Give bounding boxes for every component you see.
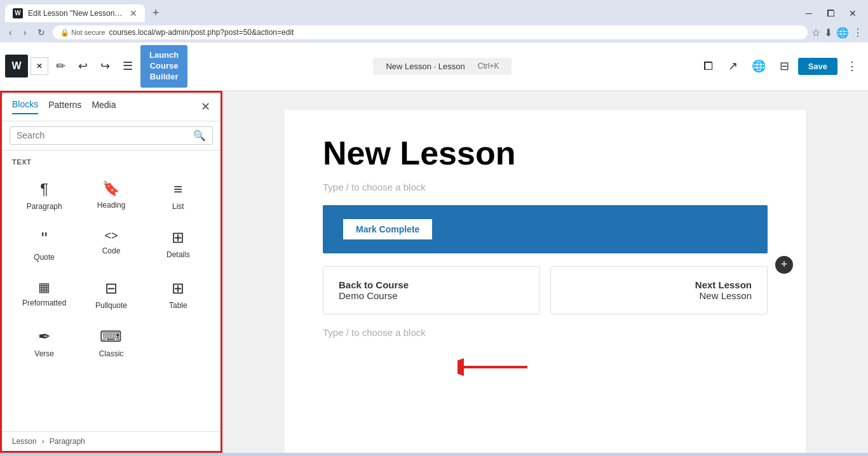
blocks-grid: ¶ Paragraph 🔖 Heading ≡ List " Quote	[12, 173, 210, 366]
browser-actions: ☆ ⬇ 🌐 ⋮	[811, 27, 863, 39]
restore-button[interactable]: ⧠	[820, 6, 841, 21]
block-preformatted[interactable]: ▦ Preformatted	[12, 272, 76, 318]
paragraph-label: Paragraph	[27, 202, 62, 211]
browser-tab[interactable]: W Edit Lesson "New Lesson" < cou... ✕	[5, 4, 145, 22]
sidebar-footer: Lesson › Paragraph	[2, 431, 220, 451]
tab-title: Edit Lesson "New Lesson" < cou...	[28, 9, 125, 18]
forward-nav-button[interactable]: ›	[20, 25, 31, 40]
close-window-button[interactable]: ✕	[843, 6, 863, 21]
more-options-button[interactable]: ⋮	[841, 57, 863, 76]
editor-canvas: New Lesson Type / to choose a block + Ma…	[285, 110, 806, 453]
edit-tool-button[interactable]: ✏	[51, 57, 71, 76]
table-icon: ⊞	[172, 281, 184, 296]
extensions-button[interactable]: 🌐	[836, 27, 849, 39]
address-bar[interactable]: 🔒 Not secure courses.local/wp-admin/post…	[53, 25, 808, 39]
mark-complete-button[interactable]: Mark Complete	[342, 218, 433, 241]
tab-favicon: W	[13, 8, 23, 18]
block-table[interactable]: ⊞ Table	[146, 272, 210, 318]
lesson-title-heading[interactable]: New Lesson	[323, 135, 768, 171]
toolbar-right: ⧠ ↗ 🌐 ⊟ Save ⋮	[698, 57, 863, 76]
quote-icon: "	[41, 230, 48, 248]
tab-close-button[interactable]: ✕	[130, 8, 137, 18]
list-icon: ≡	[173, 182, 182, 197]
search-input[interactable]	[17, 130, 189, 140]
sidebar-header: Blocks Patterns Media ✕	[2, 93, 220, 121]
breadcrumb-separator: ›	[42, 437, 44, 446]
panel-toggle-button[interactable]: ⊟	[775, 57, 794, 76]
block-list[interactable]: ≡ List	[146, 173, 210, 219]
list-label: List	[172, 202, 184, 211]
block-code[interactable]: <> Code	[79, 222, 143, 270]
back-to-course-label: Back to Course	[339, 279, 524, 290]
preview-button[interactable]: ↗	[723, 57, 743, 76]
search-icon: 🔍	[193, 130, 206, 142]
red-arrow-annotation	[458, 354, 534, 382]
undo-button[interactable]: ↩	[73, 57, 93, 76]
breadcrumb-lesson: Lesson	[12, 437, 37, 446]
tab-patterns[interactable]: Patterns	[48, 100, 81, 114]
sidebar-content: TEXT ¶ Paragraph 🔖 Heading ≡ List	[2, 151, 220, 431]
code-label: Code	[102, 246, 121, 255]
classic-label: Classic	[99, 349, 124, 358]
quote-label: Quote	[34, 253, 55, 262]
details-icon: ⊞	[172, 230, 184, 245]
blocks-sidebar: Blocks Patterns Media ✕ 🔍 TEXT ¶ Paragra…	[0, 91, 222, 453]
block-pullquote[interactable]: ⊟ Pullquote	[79, 272, 143, 318]
block-details[interactable]: ⊞ Details	[146, 222, 210, 270]
text-section-label: TEXT	[12, 158, 210, 166]
pullquote-icon: ⊟	[105, 281, 118, 296]
add-block-button[interactable]: +	[775, 256, 793, 274]
window-controls: ─ ⧠ ✕	[799, 6, 863, 21]
heading-icon: 🔖	[102, 182, 119, 196]
table-label: Table	[169, 301, 187, 310]
search-box[interactable]: 🔍	[10, 126, 213, 145]
browser-menu-button[interactable]: ⋮	[853, 27, 863, 39]
tab-media[interactable]: Media	[92, 100, 116, 114]
sidebar-close-button[interactable]: ✕	[201, 100, 210, 114]
lesson-title-center[interactable]: New Lesson · Lesson Ctrl+K	[373, 58, 512, 75]
block-heading[interactable]: 🔖 Heading	[79, 173, 143, 219]
reload-button[interactable]: ↻	[34, 25, 49, 40]
wp-toolbar: W ✕ ✏ ↩ ↪ ☰ Launch Course Builder New Le…	[0, 43, 868, 91]
editor-body: Blocks Patterns Media ✕ 🔍 TEXT ¶ Paragra…	[0, 91, 868, 453]
type-prompt-top[interactable]: Type / to choose a block	[323, 182, 768, 192]
back-nav-button[interactable]: ‹	[5, 25, 16, 40]
block-quote[interactable]: " Quote	[12, 222, 76, 270]
next-lesson-card[interactable]: Next Lesson New Lesson	[550, 266, 768, 314]
new-tab-button[interactable]: +	[147, 4, 165, 22]
block-classic[interactable]: ⌨ Classic	[79, 321, 143, 366]
classic-icon: ⌨	[100, 329, 122, 344]
editor-main: New Lesson Type / to choose a block + Ma…	[222, 91, 868, 453]
code-icon: <>	[104, 230, 118, 241]
minimize-button[interactable]: ─	[799, 6, 818, 21]
keyboard-shortcut: Ctrl+K	[478, 62, 499, 70]
verse-icon: ✒	[38, 329, 51, 344]
block-verse[interactable]: ✒ Verse	[12, 321, 76, 366]
wp-logo: W	[5, 55, 28, 77]
bookmark-button[interactable]: ☆	[811, 27, 820, 39]
details-label: Details	[166, 250, 190, 259]
next-lesson-label: Next Lesson	[566, 279, 752, 290]
view-mode-button[interactable]: ⧠	[698, 57, 719, 76]
navigation-cards: Back to Course Demo Course Next Lesson N…	[323, 266, 768, 314]
back-to-course-card[interactable]: Back to Course Demo Course	[323, 266, 540, 314]
close-panel-button[interactable]: ✕	[31, 57, 48, 75]
verse-label: Verse	[34, 349, 54, 358]
url-display: courses.local/wp-admin/post.php?post=50&…	[109, 28, 294, 37]
download-button[interactable]: ⬇	[824, 27, 832, 39]
breadcrumb-paragraph: Paragraph	[50, 437, 85, 446]
type-prompt-bottom[interactable]: Type / to choose a block	[323, 327, 768, 338]
lesson-title-display: New Lesson · Lesson	[386, 62, 465, 71]
launch-course-builder-button[interactable]: Launch Course Builder	[140, 45, 187, 88]
list-view-button[interactable]: ☰	[118, 57, 138, 76]
preformatted-icon: ▦	[38, 281, 50, 293]
block-paragraph[interactable]: ¶ Paragraph	[12, 173, 76, 219]
next-lesson-name: New Lesson	[566, 290, 752, 301]
paragraph-icon: ¶	[40, 182, 48, 197]
save-button[interactable]: Save	[798, 58, 837, 75]
pullquote-label: Pullquote	[95, 301, 127, 310]
tab-blocks[interactable]: Blocks	[12, 99, 38, 114]
heading-label: Heading	[97, 201, 126, 210]
redo-button[interactable]: ↪	[95, 57, 115, 76]
settings-button[interactable]: 🌐	[747, 57, 771, 76]
